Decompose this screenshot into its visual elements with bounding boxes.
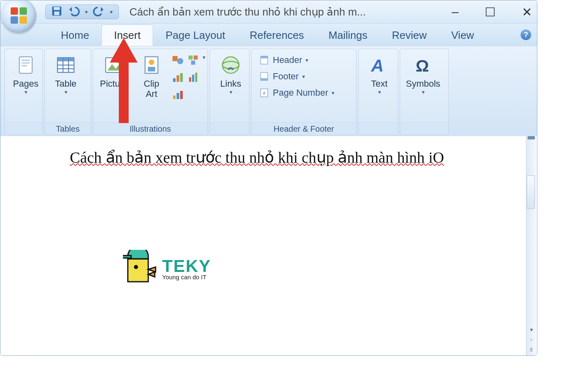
tab-references[interactable]: References <box>237 25 316 46</box>
smartart-icon[interactable] <box>187 54 199 68</box>
save-icon[interactable] <box>51 5 63 19</box>
svg-marker-26 <box>180 73 183 82</box>
clipart-label: Clip Art <box>144 79 159 99</box>
redo-icon[interactable] <box>93 5 105 19</box>
shapes-icon[interactable] <box>172 54 184 68</box>
minimize-button[interactable]: – <box>452 5 459 19</box>
document-area: Cách ẩn bản xem trước thu nhỏ khi chụp ả… <box>0 136 537 355</box>
group-symbols: Ω Symbols ▾ <box>400 49 449 135</box>
group-headerfooter-label: Header & Footer <box>252 122 356 135</box>
app-window: ▾ ▾ Cách ẩn bản xem trước thu nhỏ khi ch… <box>0 0 537 356</box>
maximize-button[interactable]: ☐ <box>485 5 496 19</box>
page-number-button[interactable]: # Page Number ▾ <box>257 87 350 99</box>
pages-label: Pages <box>13 79 38 89</box>
svg-point-46 <box>134 265 138 269</box>
chevron-down-icon[interactable]: ▾ <box>203 54 205 68</box>
bar-chart-icon[interactable] <box>187 71 199 85</box>
footer-icon <box>259 71 270 82</box>
tab-mailings[interactable]: Mailings <box>316 25 379 46</box>
ribbon-tabs: Home Insert Page Layout References Maili… <box>0 24 537 46</box>
group-links-label <box>210 122 249 135</box>
watermark-brand: TEKY <box>162 256 211 276</box>
scrollbar-thumb[interactable] <box>527 175 535 209</box>
svg-rect-19 <box>173 56 178 61</box>
svg-rect-21 <box>189 56 193 60</box>
chart-icon[interactable] <box>172 71 184 85</box>
browse-object-icon[interactable]: ◦ <box>526 335 536 344</box>
footer-button[interactable]: Footer ▾ <box>257 70 350 83</box>
wordart-icon: A <box>368 54 390 76</box>
group-symbols-label <box>400 122 448 135</box>
help-icon[interactable]: ? <box>521 29 531 40</box>
quick-access-toolbar: ▾ ▾ <box>45 4 119 19</box>
links-button[interactable]: Links ▾ <box>213 52 248 97</box>
column-chart-icon[interactable] <box>172 88 184 102</box>
tab-page-layout[interactable]: Page Layout <box>153 25 237 46</box>
teky-bird-icon <box>123 250 160 287</box>
omega-icon: Ω <box>412 54 434 76</box>
svg-rect-23 <box>191 61 195 65</box>
svg-rect-2 <box>54 11 60 15</box>
svg-rect-5 <box>22 62 30 63</box>
document-page[interactable]: Cách ẩn bản xem trước thu nhỏ khi chụp ả… <box>0 136 526 355</box>
illustrations-small-buttons: ▾ <box>172 52 205 102</box>
svg-point-17 <box>149 60 154 65</box>
symbols-button[interactable]: Ω Symbols ▾ <box>403 52 443 97</box>
text-button[interactable]: A Text ▾ <box>362 52 397 97</box>
group-text: A Text ▾ <box>358 49 398 135</box>
undo-dropdown-icon[interactable]: ▾ <box>85 9 88 15</box>
text-label: Text <box>371 79 388 89</box>
scroll-down-icon[interactable]: ▾ <box>526 325 536 334</box>
footer-label: Footer <box>273 71 299 82</box>
chevron-down-icon: ▾ <box>302 73 305 80</box>
group-tables: Table ▾ Tables <box>45 49 91 135</box>
office-logo-icon <box>11 7 27 24</box>
group-tables-label: Tables <box>45 122 91 135</box>
svg-rect-18 <box>148 67 155 72</box>
split-handle-icon[interactable] <box>528 136 535 139</box>
svg-text:Ω: Ω <box>416 56 429 75</box>
table-button[interactable]: Table ▾ <box>48 52 83 97</box>
window-controls: – ☐ ✕ <box>452 0 532 23</box>
svg-rect-38 <box>261 78 267 80</box>
window-title: Cách ẩn bản xem trước thu nhỏ khi chụp ả… <box>129 6 366 18</box>
svg-text:A: A <box>371 56 384 75</box>
tab-review[interactable]: Review <box>380 25 439 46</box>
close-button[interactable]: ✕ <box>522 5 532 19</box>
watermark-logo: TEKY Young can do IT <box>123 250 211 287</box>
svg-rect-29 <box>195 73 197 82</box>
document-text: Cách ẩn bản xem trước thu nhỏ khi chụp ả… <box>70 149 444 166</box>
svg-rect-27 <box>189 77 191 82</box>
chevron-down-icon: ▾ <box>24 89 27 95</box>
group-pages: Pages ▾ <box>4 49 43 135</box>
svg-point-20 <box>177 58 183 64</box>
svg-point-33 <box>223 57 239 74</box>
tab-view[interactable]: View <box>439 25 486 46</box>
svg-rect-6 <box>22 65 27 66</box>
page-icon <box>15 54 37 76</box>
header-button[interactable]: Header ▾ <box>257 54 350 66</box>
tab-home[interactable]: Home <box>49 25 101 46</box>
qat-customize-icon[interactable]: ▾ <box>110 9 113 15</box>
header-label: Header <box>273 55 302 65</box>
undo-icon[interactable] <box>68 5 80 19</box>
group-text-label <box>359 122 398 135</box>
group-header-footer: Header ▾ Footer ▾ # Page Number ▾ Header… <box>251 49 356 135</box>
svg-rect-45 <box>123 256 131 258</box>
page-number-label: Page Number <box>273 88 328 98</box>
pages-button[interactable]: Pages ▾ <box>8 52 43 97</box>
vertical-scrollbar[interactable]: ▾ ◦ ± <box>526 136 536 355</box>
chevron-down-icon: ▾ <box>229 89 232 95</box>
clipart-icon <box>140 54 163 76</box>
symbols-label: Symbols <box>406 79 440 89</box>
header-icon <box>259 55 270 65</box>
svg-marker-24 <box>173 79 176 82</box>
svg-rect-4 <box>22 60 30 61</box>
group-pages-label <box>5 122 42 135</box>
next-page-icon[interactable]: ± <box>526 345 536 354</box>
ribbon: Pages ▾ Table ▾ Tables Picture <box>0 46 537 138</box>
svg-rect-1 <box>54 7 60 10</box>
svg-rect-30 <box>173 96 176 99</box>
hyperlink-icon <box>220 54 242 76</box>
svg-text:#: # <box>263 91 265 96</box>
